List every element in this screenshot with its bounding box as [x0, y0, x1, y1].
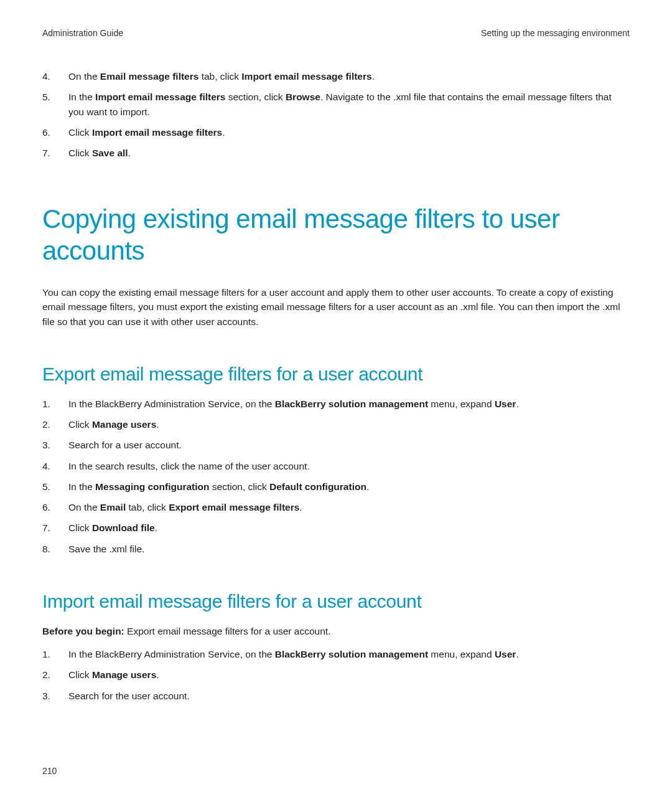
step-number: 7.	[42, 521, 68, 535]
list-item: 6.Click Import email message filters.	[42, 125, 630, 139]
step-text: In the BlackBerry Administration Service…	[68, 647, 630, 661]
list-item: 7.Click Download file.	[42, 521, 630, 535]
step-text: Click Import email message filters.	[68, 125, 630, 139]
step-text: In the BlackBerry Administration Service…	[68, 397, 630, 411]
step-number: 2.	[42, 668, 68, 682]
before-label: Before you begin:	[42, 626, 124, 636]
step-number: 3.	[42, 689, 68, 703]
step-number: 6.	[42, 125, 68, 139]
step-number: 4.	[42, 459, 68, 473]
step-text: On the Email message filters tab, click …	[68, 69, 630, 83]
list-item: 7.Click Save all.	[42, 146, 630, 160]
list-item: 2.Click Manage users.	[42, 668, 630, 682]
step-number: 8.	[42, 542, 68, 556]
export-steps: 1.In the BlackBerry Administration Servi…	[42, 397, 630, 556]
step-number: 1.	[42, 397, 68, 411]
list-item: 8.Save the .xml file.	[42, 542, 630, 556]
step-text: In the Messaging configuration section, …	[68, 479, 630, 494]
export-section: Export email message filters for a user …	[42, 363, 630, 556]
list-item: 5.In the Messaging configuration section…	[42, 479, 630, 494]
step-text: In the search results, click the name of…	[68, 459, 630, 473]
page-header: Administration Guide Setting up the mess…	[42, 28, 630, 38]
import-steps: 1.In the BlackBerry Administration Servi…	[42, 647, 630, 703]
step-number: 2.	[42, 417, 68, 432]
import-heading: Import email message filters for a user …	[42, 590, 630, 613]
list-item: 1.In the BlackBerry Administration Servi…	[42, 397, 630, 411]
step-text: Click Manage users.	[68, 417, 630, 432]
export-heading: Export email message filters for a user …	[42, 363, 630, 385]
list-item: 3.Search for a user account.	[42, 438, 630, 452]
step-number: 6.	[42, 500, 68, 514]
top-steps: 4.On the Email message filters tab, clic…	[42, 69, 630, 160]
list-item: 4.In the search results, click the name …	[42, 459, 630, 473]
import-section: Import email message filters for a user …	[42, 590, 630, 703]
list-item: 4.On the Email message filters tab, clic…	[42, 69, 630, 83]
list-item: 5.In the Import email message filters se…	[42, 90, 630, 119]
step-text: On the Email tab, click Export email mes…	[68, 500, 630, 514]
header-right: Setting up the messaging environment	[481, 28, 630, 38]
step-number: 4.	[42, 69, 68, 83]
step-text: Click Save all.	[68, 146, 630, 160]
step-number: 1.	[42, 647, 68, 661]
step-text: In the Import email message filters sect…	[68, 90, 630, 119]
page-number: 210	[42, 766, 57, 776]
step-number: 5.	[42, 90, 68, 119]
step-text: Click Download file.	[68, 521, 630, 535]
step-number: 5.	[42, 479, 68, 494]
step-text: Search for a user account.	[68, 438, 630, 452]
step-number: 7.	[42, 146, 68, 160]
step-number: 3.	[42, 438, 68, 452]
list-item: 6.On the Email tab, click Export email m…	[42, 500, 630, 514]
list-item: 1.In the BlackBerry Administration Servi…	[42, 647, 630, 661]
list-item: 3.Search for the user account.	[42, 689, 630, 703]
list-item: 2.Click Manage users.	[42, 417, 630, 432]
step-text: Search for the user account.	[68, 689, 630, 703]
main-heading: Copying existing email message filters t…	[42, 204, 630, 267]
step-text: Save the .xml file.	[68, 542, 630, 556]
header-left: Administration Guide	[42, 28, 123, 38]
before-you-begin: Before you begin: Export email message f…	[42, 624, 630, 638]
step-text: Click Manage users.	[68, 668, 630, 682]
before-text: Export email message filters for a user …	[124, 626, 331, 636]
intro-paragraph: You can copy the existing email message …	[42, 285, 630, 329]
